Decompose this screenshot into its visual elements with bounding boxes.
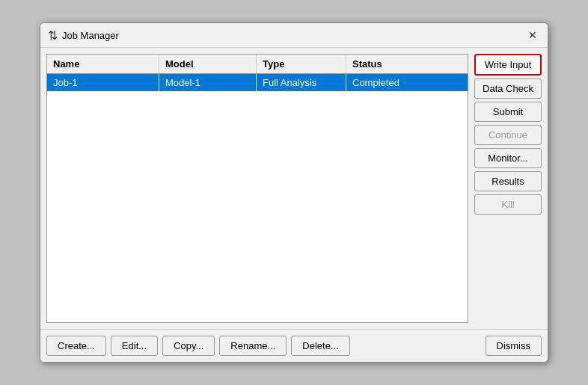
bottom-btn-delete[interactable]: Delete...	[291, 336, 349, 356]
bottom-btn-dismiss[interactable]: Dismiss	[486, 336, 542, 356]
sidebar-btn-kill: Kill	[474, 194, 542, 215]
sidebar-btn-submit[interactable]: Submit	[474, 102, 542, 122]
cell-name: Job-1	[47, 74, 159, 91]
bottom-btn-edit[interactable]: Edit...	[111, 336, 158, 356]
table-row[interactable]: Job-1 Model-1 Full Analysis Completed	[47, 74, 468, 91]
col-header-name: Name	[47, 55, 159, 73]
job-manager-window: ⇅ Job Manager ✕ Name Model Type Status J…	[40, 22, 548, 363]
window-title: Job Manager	[62, 30, 119, 41]
close-button[interactable]: ✕	[525, 28, 540, 43]
sidebar-btn-results[interactable]: Results	[474, 171, 542, 191]
title-bar: ⇅ Job Manager ✕	[40, 23, 548, 48]
bottom-btn-rename[interactable]: Rename...	[219, 336, 287, 356]
cell-model: Model-1	[159, 74, 257, 91]
window-icon: ⇅	[48, 28, 58, 43]
content-area: Name Model Type Status Job-1 Model-1 Ful…	[40, 48, 548, 329]
sidebar-btn-data-check[interactable]: Data Check	[474, 78, 542, 99]
job-table: Name Model Type Status Job-1 Model-1 Ful…	[46, 54, 468, 323]
bottom-btn-copy[interactable]: Copy...	[162, 336, 215, 356]
sidebar-btn-continue: Continue	[474, 125, 542, 145]
col-header-type: Type	[257, 55, 346, 73]
col-header-status: Status	[346, 55, 436, 73]
col-header-model: Model	[159, 55, 257, 73]
cell-status: Completed	[346, 74, 436, 91]
table-header: Name Model Type Status	[47, 55, 468, 74]
title-bar-left: ⇅ Job Manager	[48, 28, 119, 43]
bottom-btn-create[interactable]: Create...	[46, 336, 106, 356]
cell-type: Full Analysis	[257, 74, 346, 91]
sidebar-buttons: Write InputData CheckSubmitContinueMonit…	[474, 54, 542, 323]
sidebar-btn-monitor[interactable]: Monitor...	[474, 148, 542, 168]
bottom-bar: Create...Edit...Copy...Rename...Delete..…	[40, 329, 548, 362]
sidebar-btn-write-input[interactable]: Write Input	[474, 54, 542, 76]
